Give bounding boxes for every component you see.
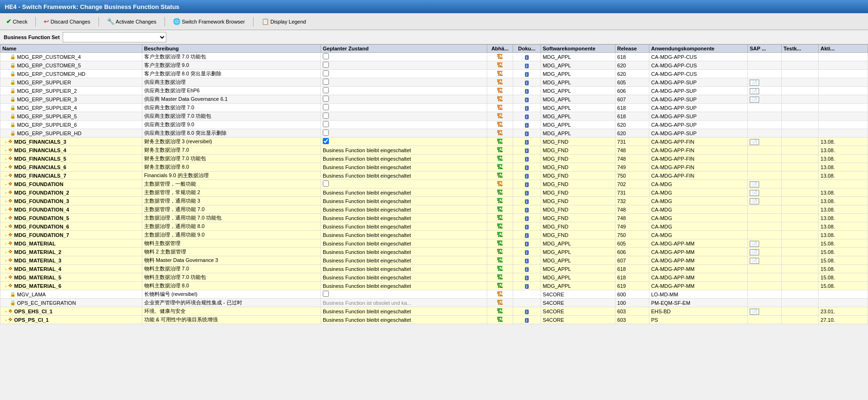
row-doku-cell[interactable]: i (513, 282, 540, 290)
status-checkbox[interactable] (323, 87, 329, 93)
status-checkbox[interactable] (323, 180, 329, 187)
row-doku-cell[interactable]: i (513, 112, 540, 121)
row-status-cell[interactable]: Business Function bleibt eingeschaltet (320, 197, 487, 205)
row-sap-cell[interactable]: 📄 (747, 95, 781, 104)
row-doku-cell[interactable]: i (513, 53, 540, 61)
row-sap-cell[interactable]: 📄 (747, 78, 781, 87)
table-container[interactable]: Name Beschreibung Geplanter Zustand Abhä… (0, 44, 868, 400)
row-doku-cell[interactable]: i (513, 265, 540, 273)
status-checkbox[interactable] (323, 130, 329, 136)
row-status-cell[interactable]: Business Function bleibt eingeschaltet (320, 163, 487, 171)
row-status-cell[interactable] (320, 78, 487, 87)
row-status-cell[interactable]: Business Function bleibt eingeschaltet (320, 222, 487, 231)
doc-icon[interactable]: 📄 (750, 181, 759, 188)
info-icon[interactable]: i (525, 55, 529, 60)
row-doku-cell[interactable] (513, 290, 540, 299)
doc-icon[interactable]: 📄 (750, 249, 759, 255)
row-status-cell[interactable]: Business Function bleibt eingeschaltet (320, 239, 487, 248)
doc-icon[interactable]: 📄 (750, 139, 759, 145)
info-icon[interactable]: i (525, 165, 529, 170)
row-doku-cell[interactable]: i (513, 256, 540, 265)
row-sap-cell[interactable] (747, 53, 781, 61)
row-sap-cell[interactable] (747, 104, 781, 112)
info-icon[interactable]: i (525, 81, 529, 85)
info-icon[interactable]: i (525, 276, 529, 280)
info-icon[interactable]: i (525, 259, 529, 263)
row-status-cell[interactable]: Business Function bleibt eingeschaltet (320, 307, 487, 316)
doc-icon[interactable]: 📄 (750, 241, 759, 247)
row-doku-cell[interactable]: i (513, 138, 540, 146)
row-status-cell[interactable]: Business Function bleibt eingeschaltet (320, 248, 487, 256)
check-button[interactable]: ✔ Check (3, 16, 31, 26)
row-status-cell[interactable] (320, 95, 487, 104)
activate-button[interactable]: 🔧 Activate Changes (104, 16, 160, 26)
row-doku-cell[interactable]: i (513, 121, 540, 129)
status-checkbox[interactable] (323, 70, 329, 76)
row-doku-cell[interactable]: i (513, 163, 540, 171)
discard-button[interactable]: ↩ Discard Changes (41, 16, 93, 26)
row-status-cell[interactable] (320, 70, 487, 78)
row-status-cell[interactable]: Business Function bleibt eingeschaltet (320, 316, 487, 324)
row-doku-cell[interactable]: i (513, 155, 540, 163)
row-status-cell[interactable] (320, 180, 487, 188)
row-sap-cell[interactable] (747, 265, 781, 273)
info-icon[interactable]: i (525, 267, 529, 272)
row-sap-cell[interactable] (747, 273, 781, 282)
row-doku-cell[interactable]: i (513, 239, 540, 248)
info-icon[interactable]: i (525, 199, 529, 204)
row-sap-cell[interactable] (747, 222, 781, 231)
row-sap-cell[interactable] (747, 316, 781, 324)
info-icon[interactable]: i (525, 148, 529, 153)
status-checkbox[interactable] (323, 104, 329, 110)
row-doku-cell[interactable]: i (513, 146, 540, 155)
row-status-cell[interactable] (320, 104, 487, 112)
row-status-cell[interactable]: Business Function bleibt eingeschaltet (320, 205, 487, 214)
row-status-cell[interactable] (320, 87, 487, 95)
row-sap-cell[interactable]: 📄 (747, 87, 781, 95)
row-status-cell[interactable] (320, 53, 487, 61)
row-status-cell[interactable]: Business Function bleibt eingeschaltet (320, 155, 487, 163)
row-doku-cell[interactable]: i (513, 231, 540, 239)
row-doku-cell[interactable]: i (513, 78, 540, 87)
info-icon[interactable]: i (525, 284, 529, 289)
row-status-cell[interactable]: Business Function bleibt eingeschaltet (320, 273, 487, 282)
doc-icon[interactable]: 📄 (750, 80, 759, 86)
info-icon[interactable]: i (525, 174, 529, 179)
row-status-cell[interactable] (320, 138, 487, 146)
row-sap-cell[interactable]: 📄 (747, 248, 781, 256)
legend-button[interactable]: 📋 Display Legend (258, 16, 310, 26)
row-doku-cell[interactable] (513, 299, 540, 307)
row-status-cell[interactable] (320, 61, 487, 70)
status-checkbox[interactable] (323, 291, 329, 297)
row-sap-cell[interactable] (747, 205, 781, 214)
browser-button[interactable]: 🌐 Switch Framework Browser (170, 16, 248, 26)
row-status-cell[interactable]: Business Function bleibt eingeschaltet (320, 256, 487, 265)
info-icon[interactable]: i (525, 123, 529, 128)
info-icon[interactable]: i (525, 216, 529, 221)
row-doku-cell[interactable]: i (513, 87, 540, 95)
row-doku-cell[interactable]: i (513, 104, 540, 112)
doc-icon[interactable]: 📄 (750, 309, 759, 315)
row-sap-cell[interactable] (747, 61, 781, 70)
row-doku-cell[interactable]: i (513, 129, 540, 138)
info-icon[interactable]: i (525, 89, 529, 94)
row-doku-cell[interactable]: i (513, 70, 540, 78)
row-doku-cell[interactable]: i (513, 180, 540, 188)
row-doku-cell[interactable]: i (513, 197, 540, 205)
row-sap-cell[interactable]: 📄 (747, 180, 781, 188)
row-sap-cell[interactable] (747, 163, 781, 171)
row-sap-cell[interactable] (747, 171, 781, 180)
info-icon[interactable]: i (525, 182, 529, 187)
doc-icon[interactable]: 📄 (750, 97, 759, 103)
info-icon[interactable]: i (525, 131, 529, 136)
row-status-cell[interactable] (320, 129, 487, 138)
row-sap-cell[interactable] (747, 146, 781, 155)
info-icon[interactable]: i (525, 310, 529, 314)
row-doku-cell[interactable]: i (513, 171, 540, 180)
row-sap-cell[interactable] (747, 155, 781, 163)
row-doku-cell[interactable]: i (513, 316, 540, 324)
row-sap-cell[interactable] (747, 290, 781, 299)
row-status-cell[interactable]: Business Function bleibt eingeschaltet (320, 282, 487, 290)
info-icon[interactable]: i (525, 225, 529, 229)
row-sap-cell[interactable]: 📄 (747, 197, 781, 205)
